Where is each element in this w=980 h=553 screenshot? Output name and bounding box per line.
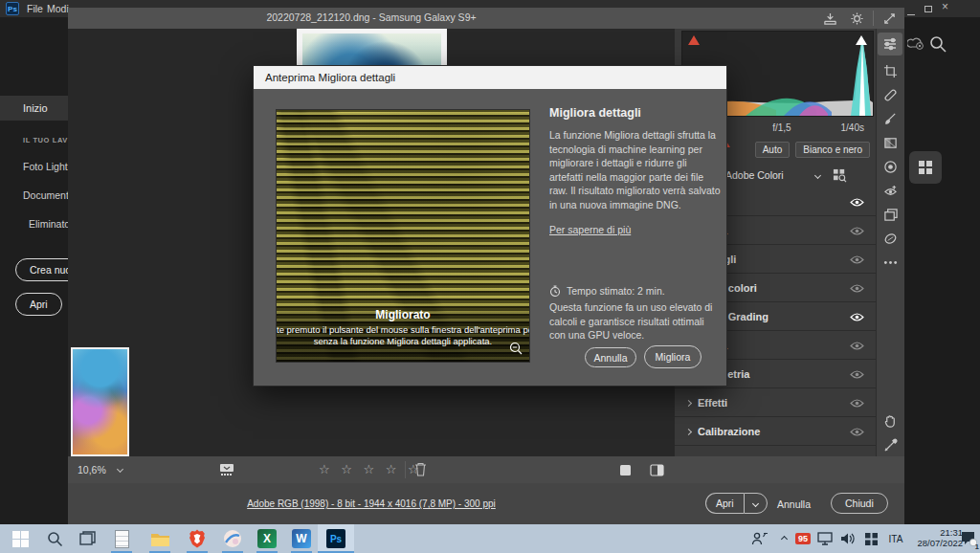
enhance-preview-image[interactable]: Migliorato te premuto il pulsante del mo… bbox=[276, 109, 530, 363]
defender-button[interactable] bbox=[859, 524, 882, 553]
auto-button[interactable]: Auto bbox=[755, 142, 791, 158]
eye-icon[interactable] bbox=[850, 312, 864, 322]
taskbar-search-button[interactable] bbox=[36, 524, 73, 553]
sidebar-item-documenti[interactable]: Document bbox=[23, 189, 68, 201]
action-center-button[interactable]: 1 bbox=[957, 524, 980, 553]
presets-panel-tool[interactable] bbox=[878, 203, 902, 226]
eye-icon[interactable] bbox=[850, 283, 864, 294]
workflow-options-link[interactable]: Adobe RGB (1998) - 8 bit - 1944 x 4016 (… bbox=[68, 498, 675, 509]
taskbar-app-brave[interactable] bbox=[179, 524, 215, 553]
sidebar-item-inizio[interactable]: Inizio bbox=[0, 96, 68, 121]
taskbar-app-paint[interactable] bbox=[214, 524, 251, 553]
learn-more-link[interactable]: Per saperne di più bbox=[549, 223, 722, 237]
cloud-sync-icon[interactable] bbox=[907, 36, 924, 50]
menu-modifica[interactable]: Modi bbox=[47, 3, 69, 14]
dialog-enhance-button[interactable]: Migliora bbox=[644, 345, 702, 368]
edit-tool[interactable] bbox=[878, 33, 902, 55]
annulla-button[interactable]: Annulla bbox=[777, 498, 811, 510]
trash-icon[interactable] bbox=[414, 462, 427, 476]
chevron-right-icon bbox=[685, 428, 692, 434]
panel-row-effetti[interactable]: Effetti bbox=[675, 389, 876, 417]
sidebar-item-eliminati[interactable]: Eliminato bbox=[29, 218, 68, 230]
time: 21:31 bbox=[907, 527, 963, 538]
taskbar-app-calculator[interactable] bbox=[103, 524, 140, 553]
task-view-button[interactable] bbox=[69, 524, 105, 553]
white-balance-eyedropper-tool[interactable] bbox=[878, 433, 902, 456]
clock[interactable]: 21:31 28/07/2022 bbox=[907, 527, 963, 548]
save-image-icon[interactable] bbox=[823, 11, 837, 26]
taskbar-app-excel[interactable]: X bbox=[249, 524, 285, 553]
language-indicator[interactable]: ITA bbox=[882, 524, 909, 553]
camera-raw-footer: Adobe RGB (1998) - 8 bit - 1944 x 4016 (… bbox=[68, 483, 904, 524]
taskbar-app-photoshop-active[interactable]: Ps bbox=[318, 524, 354, 553]
network-button[interactable] bbox=[813, 524, 836, 553]
taskbar-app-word[interactable]: W bbox=[283, 524, 320, 553]
dialog-cancel-button[interactable]: Annulla bbox=[585, 347, 636, 367]
apri-dropdown-button[interactable] bbox=[744, 493, 768, 514]
chevron-down-icon bbox=[814, 171, 821, 178]
mail-badge[interactable]: 95 bbox=[792, 524, 813, 553]
healing-tool[interactable] bbox=[878, 83, 902, 106]
section-label: IL TUO LAV bbox=[23, 136, 68, 144]
chiudi-button[interactable]: Chiudi bbox=[831, 493, 888, 514]
people-button[interactable] bbox=[746, 524, 773, 553]
four-squares-icon bbox=[865, 533, 878, 545]
settings-gear-icon[interactable] bbox=[850, 11, 864, 26]
zoom-chevron-icon[interactable] bbox=[117, 466, 123, 473]
single-view-icon[interactable] bbox=[619, 464, 632, 476]
create-new-button[interactable]: Crea nuov bbox=[15, 258, 68, 281]
photoshop-icon: Ps bbox=[326, 529, 345, 548]
minimize-button[interactable] bbox=[907, 8, 915, 17]
taskbar-app-file-explorer[interactable] bbox=[142, 524, 178, 553]
time-estimate: Tempo stimato: 2 min. bbox=[567, 284, 665, 299]
open-button[interactable]: Apri bbox=[15, 293, 62, 316]
grid-view-button[interactable] bbox=[909, 151, 942, 184]
hidden-icons-button[interactable] bbox=[773, 524, 794, 553]
search-icon[interactable] bbox=[928, 34, 947, 54]
more-tools-ellipsis[interactable] bbox=[878, 251, 902, 274]
preview-label: Migliorato bbox=[277, 308, 529, 321]
star-rating[interactable]: ☆ ☆ ☆ ☆ ☆ bbox=[319, 462, 423, 476]
linear-gradient-tool[interactable] bbox=[878, 131, 902, 154]
eye-icon[interactable] bbox=[850, 369, 864, 380]
eye-icon[interactable] bbox=[850, 398, 864, 409]
zoom-out-icon[interactable] bbox=[509, 342, 523, 355]
apri-button[interactable]: Apri bbox=[705, 493, 744, 514]
dialog-titlebar[interactable]: Anteprima Migliora dettagli bbox=[254, 66, 726, 89]
menu-file[interactable]: File bbox=[27, 3, 43, 14]
radial-gradient-tool[interactable] bbox=[878, 155, 902, 178]
crop-tool[interactable] bbox=[878, 59, 902, 82]
snapshot-tool[interactable] bbox=[878, 227, 902, 250]
sidebar-item-lightroom[interactable]: Foto Lightr bbox=[23, 161, 68, 172]
panel-row-calibrazione[interactable]: Calibrazione bbox=[675, 418, 876, 446]
black-white-button[interactable]: Bianco e nero bbox=[795, 142, 870, 158]
home-right-column bbox=[904, 17, 980, 524]
document-title: 20220728_212120.dng - Samsung Galaxy S9+ bbox=[68, 11, 675, 23]
eye-icon[interactable] bbox=[850, 254, 864, 265]
volume-button[interactable] bbox=[836, 524, 859, 553]
open-photo-preview bbox=[297, 29, 447, 69]
before-after-view-icon[interactable] bbox=[650, 464, 664, 476]
file-explorer-icon bbox=[150, 531, 170, 547]
eye-icon[interactable] bbox=[850, 427, 864, 437]
task-view-icon bbox=[79, 531, 96, 547]
dialog-body-text: La funzione Migliora dettagli sfrutta la… bbox=[549, 128, 722, 211]
zoom-level[interactable]: 10,6% bbox=[78, 464, 106, 476]
eye-icon[interactable] bbox=[850, 197, 864, 208]
eye-icon[interactable] bbox=[850, 226, 864, 236]
close-button[interactable]: × bbox=[942, 2, 948, 11]
fullscreen-toggle-icon[interactable] bbox=[882, 11, 897, 26]
brush-tool[interactable] bbox=[878, 107, 902, 130]
gpu-note: Questa funzione fa un uso elevato di cal… bbox=[549, 300, 722, 343]
start-button[interactable] bbox=[2, 524, 38, 553]
unread-count-badge: 95 bbox=[795, 533, 811, 544]
eye-icon[interactable] bbox=[850, 341, 864, 351]
hand-tool[interactable] bbox=[878, 409, 902, 432]
chevron-right-icon bbox=[685, 399, 692, 406]
red-eye-tool[interactable] bbox=[878, 179, 902, 202]
filmstrip-toggle-icon[interactable] bbox=[219, 463, 236, 476]
grid-icon bbox=[918, 160, 933, 175]
profile-browser-icon[interactable] bbox=[833, 168, 847, 183]
filmstrip-thumbnail[interactable] bbox=[71, 347, 129, 456]
restore-button[interactable] bbox=[924, 5, 932, 14]
